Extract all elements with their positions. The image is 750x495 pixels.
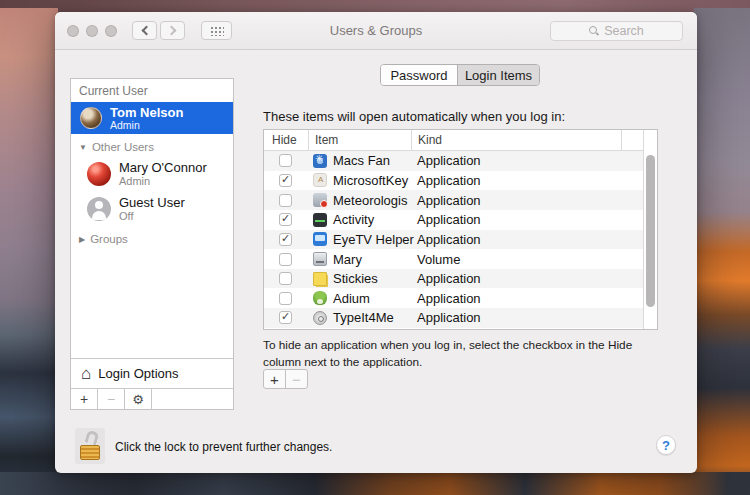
item-name: MicrosoftKey [333, 173, 408, 188]
sidebar-toolbar: + − ⚙ [71, 388, 233, 409]
nav-buttons [132, 21, 185, 40]
remove-user-button[interactable]: − [98, 389, 125, 409]
item-name: EyeTV Helper [333, 232, 414, 247]
sidebar-spacer [71, 248, 233, 358]
hide-checkbox[interactable] [279, 174, 292, 187]
item-name: TypeIt4Me [333, 310, 394, 325]
close-button[interactable] [67, 25, 79, 37]
tab-password[interactable]: Password [381, 65, 458, 85]
wallpaper-right [694, 8, 750, 495]
help-button[interactable]: ? [656, 435, 676, 455]
table-row[interactable]: Meteorologis Application [264, 190, 657, 210]
other-users-header[interactable]: ▼ Other Users [71, 134, 233, 156]
app-icon [313, 213, 327, 227]
table-row[interactable]: Mary Volume [264, 249, 657, 269]
table-body: Macs Fan Application MicrosoftKey Applic… [264, 151, 657, 328]
hide-checkbox[interactable] [279, 213, 292, 226]
column-header-item[interactable]: Item [308, 130, 411, 150]
column-header-hide[interactable]: Hide [264, 130, 308, 150]
user-name: Guest User [119, 195, 185, 210]
sidebar-item-tom-nelson[interactable]: Tom Nelson Admin [71, 102, 233, 134]
disclosure-open-icon[interactable]: ▼ [79, 143, 87, 152]
tab-login-items[interactable]: Login Items [458, 65, 539, 85]
pane-tabs: Password Login Items [380, 64, 540, 86]
app-icon [313, 272, 327, 286]
wallpaper-left [0, 8, 58, 495]
item-name: Mary [333, 252, 362, 267]
user-role: Admin [119, 175, 207, 187]
login-items-description: These items will open automatically when… [263, 109, 565, 124]
table-row[interactable]: MicrosoftKey Application [264, 171, 657, 191]
hide-checkbox[interactable] [279, 233, 292, 246]
hide-checkbox[interactable] [279, 194, 292, 207]
table-row[interactable]: Macs Fan Application [264, 151, 657, 171]
hide-checkbox[interactable] [279, 292, 292, 305]
remove-login-item-button[interactable]: − [285, 369, 308, 389]
hide-checkbox[interactable] [279, 154, 292, 167]
table-scrollbar[interactable] [643, 130, 657, 329]
item-name: Activity [333, 212, 374, 227]
user-role: Admin [110, 120, 183, 131]
item-kind: Application [411, 232, 621, 247]
app-icon [313, 311, 327, 325]
hide-checkbox[interactable] [279, 272, 292, 285]
login-options-button[interactable]: ⌂ Login Options [71, 358, 233, 388]
user-actions-gear-button[interactable]: ⚙ [125, 389, 152, 409]
add-user-button[interactable]: + [71, 389, 98, 409]
desktop: Users & Groups Search Current User Tom N… [0, 0, 750, 495]
app-icon [313, 193, 327, 207]
guest-avatar-icon [87, 197, 111, 221]
lock-shackle-icon [84, 430, 99, 446]
app-icon [313, 291, 327, 305]
current-user-header: Current User [71, 79, 233, 102]
back-button[interactable] [132, 21, 157, 40]
lock-text: Click the lock to prevent further change… [115, 440, 332, 454]
users-groups-window: Users & Groups Search Current User Tom N… [55, 12, 697, 473]
table-header: Hide Item Kind [264, 130, 657, 151]
table-row[interactable]: Adium Application [264, 288, 657, 308]
groups-label: Groups [90, 233, 128, 245]
item-kind: Application [411, 310, 621, 325]
user-avatar [87, 162, 111, 186]
minimize-button[interactable] [86, 25, 98, 37]
search-input[interactable]: Search [550, 21, 683, 41]
hide-checkbox[interactable] [279, 253, 292, 266]
disclosure-closed-icon[interactable]: ▶ [79, 235, 85, 244]
table-row[interactable]: Activity Application [264, 210, 657, 230]
grid-icon [209, 25, 224, 36]
search-placeholder: Search [604, 24, 644, 38]
user-name: Mary O'Connor [119, 160, 207, 175]
column-header-kind[interactable]: Kind [411, 130, 621, 150]
groups-header[interactable]: ▶ Groups [71, 226, 233, 248]
house-icon: ⌂ [81, 365, 91, 382]
login-items-table: Hide Item Kind Macs Fan Application Micr… [263, 129, 658, 330]
window-body: Current User Tom Nelson Admin ▼ Other Us… [55, 50, 697, 472]
show-all-button[interactable] [201, 21, 232, 40]
lock-icon [80, 445, 100, 460]
forward-button[interactable] [160, 21, 185, 40]
chevron-left-icon [141, 26, 151, 36]
scrollbar-thumb[interactable] [646, 155, 655, 307]
add-login-item-button[interactable]: + [263, 369, 286, 389]
column-header-blank [621, 130, 643, 150]
item-name: Macs Fan [333, 153, 390, 168]
traffic-lights [67, 25, 117, 37]
lock-button[interactable] [75, 428, 105, 464]
table-row[interactable]: EyeTV Helper Application [264, 230, 657, 250]
app-icon [313, 232, 327, 246]
title-bar[interactable]: Users & Groups Search [55, 12, 697, 50]
user-list-sidebar: Current User Tom Nelson Admin ▼ Other Us… [70, 78, 234, 410]
hide-checkbox[interactable] [279, 311, 292, 324]
login-items-add-remove: + − [263, 369, 308, 389]
chevron-right-icon [166, 26, 176, 36]
table-row[interactable]: Stickies Application [264, 269, 657, 289]
table-row[interactable]: TypeIt4Me Application [264, 308, 657, 328]
app-icon [313, 252, 327, 266]
sidebar-item-guest-user[interactable]: Guest User Off [71, 191, 233, 226]
item-name: Adium [333, 291, 370, 306]
login-options-label: Login Options [98, 366, 178, 381]
zoom-button[interactable] [105, 25, 117, 37]
sidebar-item-mary-oconnor[interactable]: Mary O'Connor Admin [71, 156, 233, 191]
item-kind: Application [411, 193, 621, 208]
user-avatar [80, 107, 102, 129]
